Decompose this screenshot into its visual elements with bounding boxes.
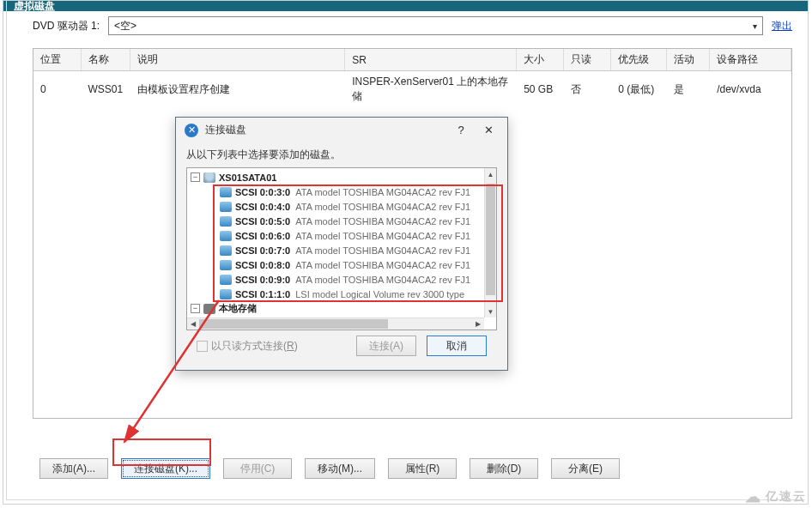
disk-id: SCSI 0:0:7:0 (235, 245, 290, 256)
detach-button[interactable]: 分离(E) (551, 458, 620, 479)
dialog-hint: 从以下列表中选择要添加的磁盘。 (186, 148, 497, 162)
col-pos[interactable]: 位置 (33, 49, 81, 71)
dialog-connect-button[interactable]: 连接(A) (356, 336, 416, 356)
dialog-cancel-button[interactable]: 取消 (427, 336, 487, 356)
col-dev[interactable]: 设备路径 (710, 49, 791, 71)
local-storage-icon (203, 304, 215, 314)
tree-disk-item[interactable]: SCSI 0:0:5:0ATA model TOSHIBA MG04ACA2 r… (191, 214, 481, 228)
chevron-down-icon: ▾ (753, 21, 757, 31)
connect-disk-dialog: ✕ 连接磁盘 ? ✕ 从以下列表中选择要添加的磁盘。 − XS01SATA01 … (175, 117, 508, 371)
dvd-drive-row: DVD 驱动器 1: <空> ▾ 弹出 (33, 16, 792, 35)
col-desc[interactable]: 说明 (130, 49, 345, 71)
dialog-info-icon: ✕ (185, 124, 198, 137)
col-ro[interactable]: 只读 (564, 49, 611, 71)
cell-pos: 0 (33, 71, 81, 108)
move-button[interactable]: 移动(M)... (305, 458, 375, 479)
disk-icon (220, 289, 232, 299)
dvd-label: DVD 驱动器 1: (33, 19, 100, 33)
disk-desc: ATA model TOSHIBA MG04ACA2 rev FJ1 (295, 275, 470, 285)
scroll-down-icon[interactable]: ▼ (485, 305, 496, 318)
col-prio[interactable]: 优先级 (611, 49, 667, 71)
popout-link[interactable]: 弹出 (772, 19, 792, 33)
tree-disk-item[interactable]: SCSI 0:0:8:0ATA model TOSHIBA MG04ACA2 r… (191, 257, 481, 272)
cell-dev: /dev/xvda (710, 71, 791, 108)
disk-icon (220, 202, 232, 212)
collapse-icon[interactable]: − (191, 172, 200, 182)
disk-tree[interactable]: − XS01SATA01 SCSI 0:0:3:0ATA model TOSHI… (186, 167, 497, 330)
grid-header-row: 位置 名称 说明 SR 大小 只读 优先级 活动 设备路径 (33, 49, 791, 71)
disk-desc: ATA model TOSHIBA MG04ACA2 rev FJ1 (295, 187, 470, 197)
scroll-up-icon[interactable]: ▲ (485, 168, 496, 180)
dialog-help-button[interactable]: ? (451, 124, 471, 136)
tree-disk-item[interactable]: SCSI 0:0:3:0ATA model TOSHIBA MG04ACA2 r… (191, 184, 481, 199)
checkbox-icon[interactable] (197, 341, 208, 352)
tree-root[interactable]: − XS01SATA01 (191, 170, 481, 184)
dvd-select-value: <空> (114, 19, 136, 33)
tree-disk-item[interactable]: SCSI 0:0:4:0ATA model TOSHIBA MG04ACA2 r… (191, 199, 481, 214)
cell-active: 是 (667, 71, 710, 108)
tree-disk-item[interactable]: SCSI 0:0:6:0ATA model TOSHIBA MG04ACA2 r… (191, 228, 481, 243)
disk-desc: LSI model Logical Volume rev 3000 type (295, 289, 464, 299)
tree-root-label: XS01SATA01 (219, 172, 276, 183)
tree-disk-item[interactable]: SCSI 0:0:7:0ATA model TOSHIBA MG04ACA2 r… (191, 243, 481, 257)
scroll-thumb[interactable] (486, 184, 495, 295)
disk-id: SCSI 0:0:3:0 (235, 187, 290, 197)
delete-button[interactable]: 删除(D) (470, 458, 538, 479)
tree-disk-item[interactable]: SCSI 0:0:9:0ATA model TOSHIBA MG04ACA2 r… (191, 272, 481, 287)
watermark: ☁ 亿速云 (745, 487, 807, 506)
disable-button[interactable]: 停用(C) (223, 458, 292, 479)
disk-id: SCSI 0:1:1:0 (235, 289, 290, 299)
cell-size: 50 GB (517, 71, 564, 108)
horizontal-scrollbar[interactable]: ◀ ▶ (187, 318, 484, 330)
col-size[interactable]: 大小 (517, 49, 564, 71)
col-sr[interactable]: SR (345, 49, 517, 71)
close-icon[interactable]: ✕ (478, 124, 499, 136)
disk-id: SCSI 0:0:8:0 (235, 260, 290, 270)
tree-local[interactable]: − 本地存储 (191, 301, 481, 316)
cell-ro: 否 (564, 71, 611, 108)
cell-prio: 0 (最低) (611, 71, 667, 108)
add-button[interactable]: 添加(A)... (39, 458, 108, 479)
col-active[interactable]: 活动 (667, 49, 710, 71)
disk-id: SCSI 0:0:9:0 (235, 275, 290, 285)
disk-desc: ATA model TOSHIBA MG04ACA2 rev FJ1 (295, 202, 470, 212)
cloud-icon: ☁ (745, 487, 762, 506)
cell-sr: INSPER-XenServer01 上的本地存储 (345, 71, 517, 108)
tree-disk-item[interactable]: SCSI 0:1:1:0LSI model Logical Volume rev… (191, 287, 481, 301)
disk-icon (220, 216, 232, 227)
disk-id: SCSI 0:0:4:0 (235, 202, 290, 212)
action-bar: 添加(A)... 连接磁盘(K)... 停用(C) 移动(M)... 属性(R)… (39, 458, 620, 479)
props-button[interactable]: 属性(R) (388, 458, 457, 479)
disk-id: SCSI 0:0:5:0 (235, 216, 290, 227)
scroll-right-icon[interactable]: ▶ (472, 318, 484, 330)
disk-icon (220, 260, 232, 270)
tree-local-label: 本地存储 (219, 302, 257, 315)
scroll-left-icon[interactable]: ◀ (187, 318, 199, 330)
table-row[interactable]: 0 WSS01 由模板设置程序创建 INSPER-XenServer01 上的本… (33, 71, 791, 108)
disk-desc: ATA model TOSHIBA MG04ACA2 rev FJ1 (295, 216, 470, 227)
col-name[interactable]: 名称 (81, 49, 130, 71)
disk-icon (220, 231, 232, 241)
collapse-icon[interactable]: − (191, 304, 200, 313)
dvd-select[interactable]: <空> ▾ (108, 16, 763, 35)
readonly-checkbox-row[interactable]: 以只读方式连接(R) (197, 339, 346, 354)
connect-button[interactable]: 连接磁盘(K)... (121, 458, 210, 479)
disk-desc: ATA model TOSHIBA MG04ACA2 rev FJ1 (295, 260, 470, 270)
disk-icon (220, 245, 232, 256)
disk-icon (220, 187, 232, 197)
readonly-label: 以只读方式连接(R) (211, 339, 298, 354)
disk-desc: ATA model TOSHIBA MG04ACA2 rev FJ1 (295, 245, 470, 256)
scroll-thumb[interactable] (199, 319, 388, 329)
storage-icon (203, 172, 215, 183)
cell-desc: 由模板设置程序创建 (130, 71, 345, 108)
dialog-title: 连接磁盘 (205, 123, 246, 137)
vertical-scrollbar[interactable]: ▲ ▼ (484, 168, 496, 318)
disk-id: SCSI 0:0:6:0 (235, 231, 290, 241)
cell-name: WSS01 (81, 71, 130, 108)
disk-icon (220, 275, 232, 285)
disk-desc: ATA model TOSHIBA MG04ACA2 rev FJ1 (295, 231, 470, 241)
